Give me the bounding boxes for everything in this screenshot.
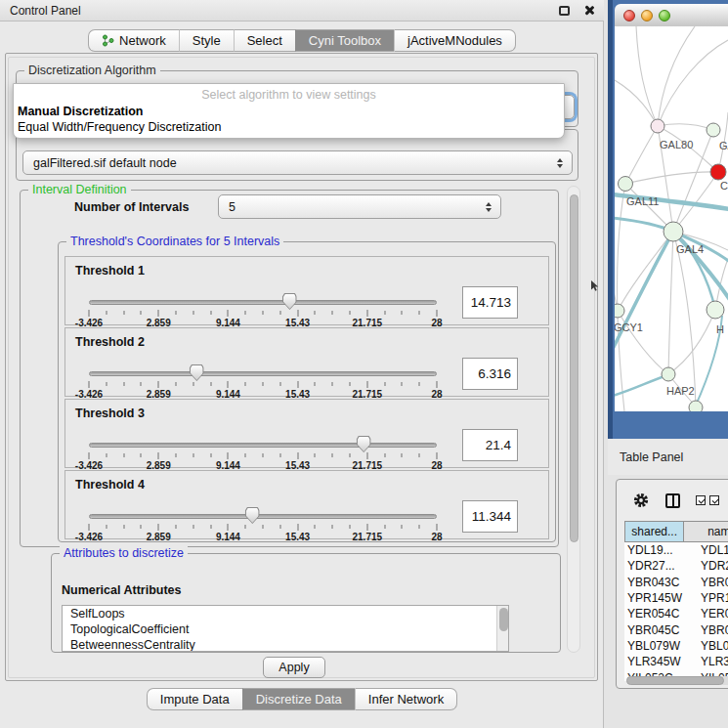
number-of-intervals-combobox[interactable]: 5	[218, 194, 501, 219]
table-row[interactable]: YBR045CYBR045C	[624, 621, 728, 637]
table-row[interactable]: YLR345WYLR345W	[624, 654, 728, 669]
table-row[interactable]: YPR145WYPR145W	[624, 590, 728, 606]
cell-name: YDL19	[693, 543, 728, 557]
attributes-list-scrollbar[interactable]	[496, 606, 508, 651]
table-row[interactable]: YBR043CYBR043C	[624, 575, 728, 590]
top-tab-bar: NetworkStyleSelectCyni ToolboxjActiveMNo…	[0, 29, 604, 52]
tab-label: Impute Data	[160, 692, 230, 707]
tick-label: 21.715	[353, 532, 383, 542]
table-row[interactable]: YDL19...YDL19	[624, 542, 728, 558]
table-horizontal-scrollbar[interactable]	[626, 676, 728, 685]
network-node-c[interactable]	[710, 164, 726, 180]
network-edge[interactable]	[673, 232, 696, 407]
tab-select[interactable]: Select	[234, 29, 295, 52]
network-edge[interactable]	[658, 40, 728, 126]
dropdown-option-manual-discretization[interactable]: Manual Discretization	[18, 105, 144, 118]
table-data-combobox[interactable]: galFiltered.sif default node	[22, 150, 573, 175]
panel-vertical-scrollbar[interactable]	[567, 186, 580, 653]
table-row[interactable]: YER054CYER054C	[624, 606, 728, 621]
combo-stepper-icon	[557, 158, 563, 168]
cell-shared-name: YBR043C	[624, 576, 693, 589]
select-all-checkbox-icon[interactable]	[696, 495, 706, 505]
slider-thumb[interactable]	[282, 293, 297, 310]
network-edge[interactable]	[625, 172, 718, 184]
zoom-traffic-light-icon[interactable]	[659, 10, 670, 21]
table-row[interactable]: YBL079WYBL079W	[624, 638, 728, 654]
dropdown-option-equal-width-frequency[interactable]: Equal Width/Frequency Discretization	[18, 120, 221, 134]
tab-network[interactable]: Network	[88, 29, 179, 52]
cell-shared-name: YDR27...	[624, 559, 693, 573]
table-row[interactable]: YDR27...YDR27	[624, 558, 728, 574]
network-edge[interactable]	[625, 126, 658, 184]
settings-gear-icon[interactable]	[632, 492, 650, 509]
network-node-h[interactable]	[707, 301, 724, 319]
network-node-gal80[interactable]	[651, 119, 664, 133]
threshold-value-1[interactable]: 14.713	[462, 286, 518, 319]
tick-label: -3.426	[75, 532, 103, 542]
network-graph[interactable]: GAL80GACGAL11GAL4GCY1HHAP2	[615, 26, 728, 411]
dropdown-hint: Select algorithm to view settings	[14, 88, 564, 102]
cell-name: YBR043C	[693, 576, 728, 589]
network-node-hap2[interactable]	[662, 367, 675, 381]
close-icon[interactable]	[583, 5, 594, 16]
node-label-ga: GA	[719, 140, 728, 151]
show-columns-icon[interactable]	[665, 493, 680, 508]
network-edge[interactable]	[636, 26, 658, 126]
network-edge[interactable]	[658, 26, 695, 126]
scrollbar-thumb[interactable]	[570, 194, 578, 542]
slider-thumb[interactable]	[357, 436, 371, 452]
attribute-item-selfloops[interactable]: SelfLoops	[63, 606, 508, 621]
tab-style[interactable]: Style	[179, 29, 234, 52]
network-edge[interactable]	[615, 80, 658, 126]
tab-impute-data[interactable]: Impute Data	[147, 688, 242, 710]
threshold-stack: Threshold 1-3.4262.8599.14415.4321.71528…	[59, 256, 555, 539]
cell-shared-name: YDL19...	[624, 543, 693, 557]
apply-button[interactable]: Apply	[263, 657, 325, 678]
column-header-name[interactable]: name	[684, 521, 728, 542]
cell-shared-name: YLR345W	[624, 655, 693, 668]
network-edge[interactable]	[658, 124, 713, 130]
close-traffic-light-icon[interactable]	[623, 10, 635, 21]
tab-jactivemnodules[interactable]: jActiveMNodules	[394, 29, 516, 52]
threshold-slider-1[interactable]: -3.4262.8599.14415.4321.71528	[89, 292, 437, 329]
threshold-value-3[interactable]: 21.4	[462, 429, 518, 461]
network-node-gal4[interactable]	[664, 222, 683, 241]
threshold-slider-4[interactable]: -3.4262.8599.14415.4321.71528	[89, 506, 437, 543]
node-label-c: C	[720, 180, 728, 192]
attribute-item-betweennesscentrality[interactable]: BetweennessCentrality	[63, 637, 508, 652]
threshold-value-4[interactable]: 11.344	[462, 500, 518, 533]
network-window-titlebar[interactable]	[615, 4, 728, 26]
threshold-slider-2[interactable]: -3.4262.8599.14415.4321.71528	[89, 364, 437, 401]
number-of-intervals-value: 5	[229, 200, 236, 214]
network-edge[interactable]	[668, 232, 673, 374]
cell-name: YDR27	[693, 559, 728, 573]
tab-label: jActiveMNodules	[407, 33, 502, 48]
threshold-value-2[interactable]: 6.316	[462, 358, 518, 390]
minimize-traffic-light-icon[interactable]	[641, 10, 653, 21]
network-edge-thick[interactable]	[615, 375, 667, 396]
network-node[interactable]	[689, 401, 703, 411]
float-window-icon[interactable]	[559, 6, 570, 16]
tab-infer-network[interactable]: Infer Network	[355, 688, 457, 710]
network-node-gcy1[interactable]	[615, 304, 624, 318]
scrollbar-thumb[interactable]	[626, 676, 724, 685]
network-icon	[102, 34, 114, 47]
slider-thumb[interactable]	[245, 507, 260, 524]
tab-discretize-data[interactable]: Discretize Data	[242, 688, 355, 710]
network-view[interactable]: GAL80GACGAL11GAL4GCY1HHAP2	[615, 26, 728, 411]
threshold-slider-3[interactable]: -3.4262.8599.14415.4321.71528	[89, 435, 437, 472]
select-none-checkbox-icon[interactable]	[709, 495, 719, 505]
column-header-shared-name[interactable]: shared...	[624, 521, 684, 542]
mouse-cursor	[591, 280, 601, 292]
network-node-gal11[interactable]	[619, 177, 633, 192]
table-panel-title: Table Panel	[620, 450, 683, 464]
attribute-item-topologicalcoefficient[interactable]: TopologicalCoefficient	[63, 621, 508, 637]
tab-cyni-toolbox[interactable]: Cyni Toolbox	[295, 29, 394, 52]
node-label-h: H	[716, 323, 724, 335]
network-node-ga[interactable]	[707, 123, 720, 137]
threshold-label: Threshold 1	[75, 264, 145, 278]
table-panel: shared... name YDL19...YDL19YDR27...YDR2…	[616, 479, 728, 689]
slider-thumb[interactable]	[190, 364, 204, 381]
numerical-attributes-list[interactable]: SelfLoopsTopologicalCoefficientBetweenne…	[62, 605, 509, 652]
network-window: GAL80GACGAL11GAL4GCY1HHAP2	[608, 0, 728, 439]
